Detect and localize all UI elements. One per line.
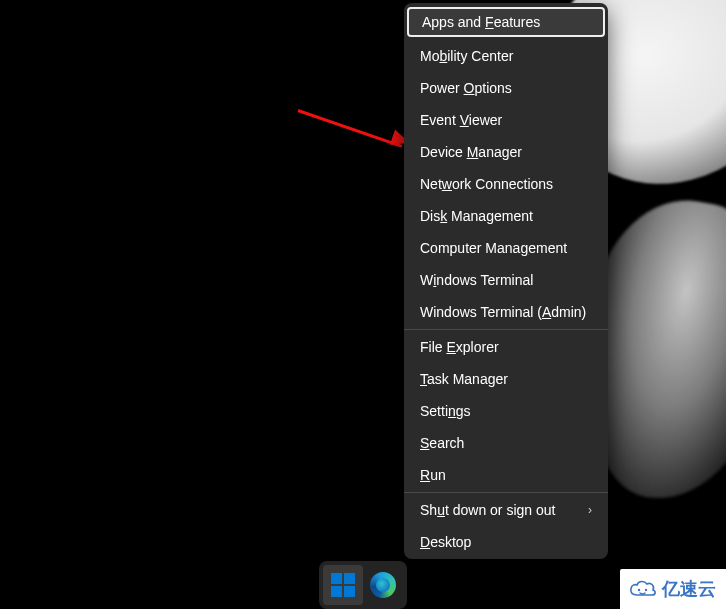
- menu-item-label: Mobility Center: [420, 49, 513, 63]
- menu-item-label: File Explorer: [420, 340, 499, 354]
- menu-section: Apps and FeaturesMobility CenterPower Op…: [404, 3, 608, 329]
- menu-item-label: Event Viewer: [420, 113, 502, 127]
- menu-item-power-options[interactable]: Power Options: [404, 72, 608, 104]
- menu-item-run[interactable]: Run: [404, 459, 608, 491]
- watermark: 亿速云: [620, 569, 726, 609]
- menu-item-disk-management[interactable]: Disk Management: [404, 200, 608, 232]
- menu-item-label: Computer Management: [420, 241, 567, 255]
- menu-item-task-manager[interactable]: Task Manager: [404, 363, 608, 395]
- menu-item-label: Windows Terminal: [420, 273, 533, 287]
- menu-item-label: Shut down or sign out: [420, 503, 555, 517]
- menu-item-label: Windows Terminal (Admin): [420, 305, 586, 319]
- menu-item-shutdown-signout[interactable]: Shut down or sign out›: [404, 494, 608, 526]
- menu-item-windows-terminal-admin[interactable]: Windows Terminal (Admin): [404, 296, 608, 328]
- svg-point-1: [645, 589, 647, 591]
- menu-section: File ExplorerTask ManagerSettingsSearchR…: [404, 330, 608, 492]
- menu-item-device-manager[interactable]: Device Manager: [404, 136, 608, 168]
- svg-point-0: [638, 589, 640, 591]
- watermark-text: 亿速云: [662, 577, 716, 601]
- winx-context-menu: Apps and FeaturesMobility CenterPower Op…: [404, 3, 608, 559]
- windows-logo-icon: [331, 573, 355, 597]
- menu-item-computer-management[interactable]: Computer Management: [404, 232, 608, 264]
- menu-item-label: Apps and Features: [422, 15, 540, 29]
- menu-item-label: Task Manager: [420, 372, 508, 386]
- menu-item-label: Power Options: [420, 81, 512, 95]
- menu-item-label: Network Connections: [420, 177, 553, 191]
- menu-item-file-explorer[interactable]: File Explorer: [404, 331, 608, 363]
- menu-item-search[interactable]: Search: [404, 427, 608, 459]
- start-button[interactable]: [323, 565, 363, 605]
- desktop: Apps and FeaturesMobility CenterPower Op…: [0, 0, 726, 609]
- cloud-icon: [628, 579, 658, 599]
- chevron-right-icon: ›: [588, 504, 592, 516]
- menu-item-label: Disk Management: [420, 209, 533, 223]
- edge-icon: [370, 572, 396, 598]
- menu-item-network-connections[interactable]: Network Connections: [404, 168, 608, 200]
- annotation-arrow: [298, 109, 403, 148]
- menu-item-label: Desktop: [420, 535, 471, 549]
- menu-item-settings[interactable]: Settings: [404, 395, 608, 427]
- edge-browser-button[interactable]: [363, 565, 403, 605]
- menu-item-apps-features[interactable]: Apps and Features: [407, 7, 605, 37]
- menu-item-desktop[interactable]: Desktop: [404, 526, 608, 558]
- taskbar: [0, 561, 726, 609]
- menu-item-label: Search: [420, 436, 464, 450]
- taskbar-center: [319, 561, 407, 609]
- menu-item-windows-terminal[interactable]: Windows Terminal: [404, 264, 608, 296]
- menu-item-label: Device Manager: [420, 145, 522, 159]
- menu-section: Shut down or sign out›Desktop: [404, 493, 608, 559]
- menu-item-event-viewer[interactable]: Event Viewer: [404, 104, 608, 136]
- menu-item-label: Run: [420, 468, 446, 482]
- menu-item-label: Settings: [420, 404, 471, 418]
- menu-item-mobility-center[interactable]: Mobility Center: [404, 40, 608, 72]
